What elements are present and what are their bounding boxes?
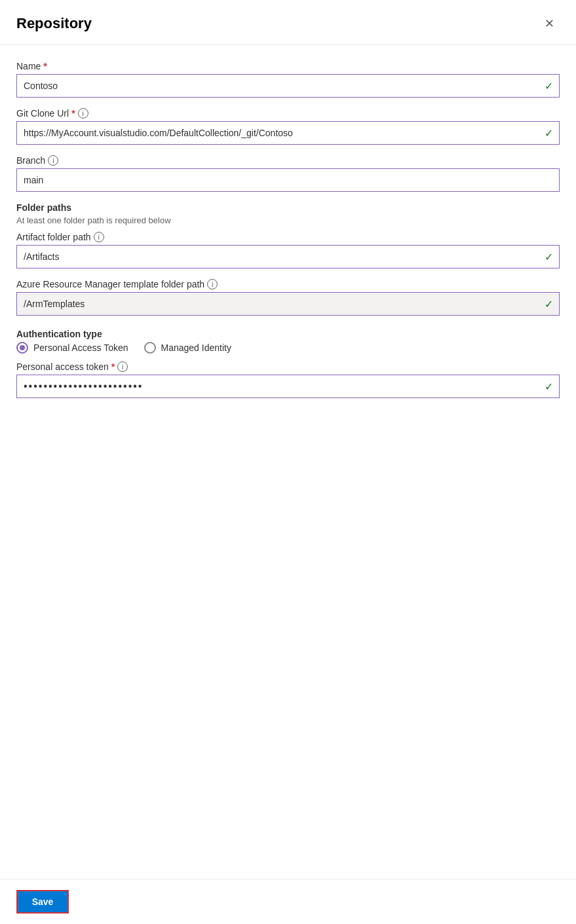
git-clone-url-label: Git Clone Url * i (16, 108, 560, 119)
save-button[interactable]: Save (16, 890, 69, 914)
git-clone-url-group: Git Clone Url * i ✓ (16, 108, 560, 145)
auth-section: Authentication type Personal Access Toke… (16, 329, 560, 398)
personal-access-token-radio[interactable] (16, 342, 28, 354)
panel-header: Repository ✕ (0, 0, 576, 45)
arm-template-check-icon: ✓ (545, 298, 553, 310)
arm-template-label: Azure Resource Manager template folder p… (16, 279, 560, 289)
artifact-folder-info-icon[interactable]: i (94, 232, 104, 242)
managed-identity-radio[interactable] (144, 342, 156, 354)
folder-paths-subtitle: At least one folder path is required bel… (16, 215, 560, 225)
close-button[interactable]: ✕ (539, 13, 560, 34)
artifact-folder-label: Artifact folder path i (16, 232, 560, 242)
page-container: Repository ✕ Name * ✓ Git Clone Url * i (0, 0, 576, 924)
git-clone-url-input-wrapper: ✓ (16, 121, 560, 145)
name-input[interactable] (16, 74, 560, 98)
git-clone-url-required-star: * (71, 108, 75, 119)
git-clone-url-input[interactable] (16, 121, 560, 145)
branch-input-wrapper (16, 168, 560, 192)
branch-label: Branch i (16, 155, 560, 166)
radio-group: Personal Access Token Managed Identity (16, 342, 560, 354)
panel-title: Repository (16, 15, 92, 32)
git-clone-url-check-icon: ✓ (545, 127, 553, 139)
name-required-star: * (43, 61, 47, 71)
name-label: Name * (16, 61, 560, 71)
personal-access-token-option[interactable]: Personal Access Token (16, 342, 128, 354)
name-input-wrapper: ✓ (16, 74, 560, 98)
git-clone-url-info-icon[interactable]: i (78, 108, 88, 119)
token-info-icon[interactable]: i (117, 361, 128, 372)
arm-template-info-icon[interactable]: i (207, 279, 218, 289)
branch-input[interactable] (16, 168, 560, 192)
token-group: Personal access token * i ✓ (16, 361, 560, 398)
folder-paths-section: Folder paths At least one folder path is… (16, 202, 560, 316)
arm-template-group: Azure Resource Manager template folder p… (16, 279, 560, 316)
arm-template-input-wrapper: ✓ (16, 292, 560, 316)
token-check-icon: ✓ (545, 380, 553, 393)
personal-access-token-label: Personal Access Token (33, 342, 128, 353)
managed-identity-option[interactable]: Managed Identity (144, 342, 231, 354)
close-icon: ✕ (545, 16, 554, 31)
managed-identity-label: Managed Identity (161, 342, 231, 353)
token-input[interactable] (16, 375, 560, 398)
arm-template-input[interactable] (16, 292, 560, 316)
branch-info-icon[interactable]: i (48, 155, 58, 166)
token-input-wrapper: ✓ (16, 375, 560, 398)
branch-group: Branch i (16, 155, 560, 192)
folder-paths-title: Folder paths (16, 202, 560, 213)
artifact-folder-input[interactable] (16, 245, 560, 268)
auth-type-title: Authentication type (16, 329, 560, 339)
artifact-folder-group: Artifact folder path i ✓ (16, 232, 560, 268)
artifact-folder-check-icon: ✓ (545, 251, 553, 263)
name-group: Name * ✓ (16, 61, 560, 98)
panel-content: Name * ✓ Git Clone Url * i ✓ Branch (0, 45, 576, 924)
token-label: Personal access token * i (16, 361, 560, 372)
artifact-folder-input-wrapper: ✓ (16, 245, 560, 268)
name-check-icon: ✓ (545, 80, 553, 92)
panel-footer: Save (0, 879, 576, 924)
token-required-star: * (111, 361, 115, 372)
